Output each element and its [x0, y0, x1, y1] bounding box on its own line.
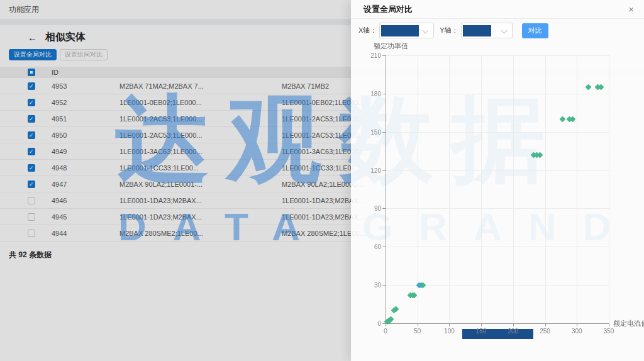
vertical-gridline — [609, 55, 609, 323]
scatter-point — [569, 116, 575, 122]
y-tick-mark — [382, 247, 386, 247]
drawer-header: 设置全局对比 × — [351, 0, 644, 19]
redacted-x-value — [381, 25, 419, 36]
scatter-point — [410, 292, 416, 298]
x-tick-mark — [577, 324, 577, 326]
x-tick-label: 50 — [408, 328, 427, 335]
scatter-point — [391, 308, 397, 314]
x-tick-label: 200 — [504, 328, 523, 335]
scatter-point — [420, 282, 426, 288]
y-tick-label: 210 — [362, 52, 381, 59]
y-tick-mark — [382, 94, 386, 94]
x-tick-label: 150 — [472, 328, 491, 335]
vertical-gridline — [513, 55, 514, 323]
horizontal-gridline — [386, 170, 609, 171]
horizontal-gridline — [386, 208, 609, 209]
y-axis-select[interactable] — [461, 23, 513, 38]
y-axis-select-label: Y轴： — [440, 26, 458, 35]
x-tick-mark — [418, 324, 418, 326]
scatter-point — [566, 116, 572, 122]
x-tick-mark — [609, 324, 609, 326]
redacted-y-value — [463, 25, 491, 36]
x-tick-label: 0 — [376, 328, 395, 335]
x-tick-label: 100 — [440, 328, 458, 335]
x-tick-mark — [386, 324, 386, 326]
chart-plot-area — [386, 55, 609, 324]
y-tick-mark — [382, 285, 386, 286]
horizontal-gridline — [386, 132, 609, 133]
redaction-bar — [462, 329, 533, 339]
horizontal-gridline — [386, 94, 609, 94]
close-icon[interactable]: × — [628, 4, 634, 14]
scatter-point — [560, 116, 566, 122]
scatter-point — [595, 84, 601, 91]
scatter-point — [586, 84, 592, 91]
drawer-title: 设置全局对比 — [364, 4, 628, 15]
y-tick-label: 90 — [362, 205, 381, 212]
vertical-gridline — [418, 55, 418, 323]
scatter-point — [598, 84, 604, 91]
x-tick-mark — [481, 324, 482, 326]
vertical-gridline — [481, 55, 482, 323]
y-tick-label: 150 — [362, 129, 381, 136]
x-tick-label: 350 — [599, 328, 618, 335]
x-tick-label: 300 — [567, 328, 586, 335]
y-tick-mark — [382, 55, 386, 56]
scatter-point — [537, 152, 543, 158]
y-tick-label: 120 — [362, 167, 381, 174]
global-compare-drawer: 设置全局对比 × X轴： Y轴： 对比 额定功率值 额定电流值 05010015… — [351, 0, 644, 361]
scatter-point — [530, 152, 536, 158]
y-tick-mark — [382, 170, 386, 171]
vertical-gridline — [577, 55, 577, 323]
vertical-gridline — [449, 55, 450, 323]
chevron-down-icon — [501, 28, 507, 34]
horizontal-gridline — [386, 55, 609, 56]
x-tick-label: 250 — [536, 328, 555, 335]
scatter-point — [416, 282, 423, 288]
y-tick-label: 60 — [362, 243, 381, 250]
y-tick-label: 180 — [362, 91, 381, 97]
x-tick-mark — [449, 324, 450, 326]
scatter-point — [392, 306, 399, 313]
vertical-gridline — [545, 55, 546, 323]
y-tick-label: 0 — [362, 320, 381, 327]
horizontal-gridline — [386, 247, 609, 247]
scatter-chart: 额定功率值 额定电流值 0501001502002503003500306090… — [351, 0, 644, 361]
x-tick-mark — [545, 324, 546, 326]
y-tick-mark — [382, 132, 386, 133]
x-axis-select[interactable] — [379, 23, 434, 38]
axis-controls: X轴： Y轴： 对比 — [358, 23, 548, 38]
y-tick-mark — [382, 208, 386, 209]
scatter-point — [408, 292, 414, 298]
scatter-point — [533, 152, 540, 158]
scatter-point — [385, 318, 391, 325]
x-axis-select-label: X轴： — [358, 26, 377, 35]
scatter-point — [386, 318, 392, 324]
compare-button[interactable]: 对比 — [522, 23, 548, 38]
scatter-point — [387, 316, 394, 323]
chart-x-axis-title: 额定电流值 — [613, 319, 644, 328]
chevron-down-icon — [423, 28, 429, 34]
y-tick-label: 30 — [362, 282, 381, 289]
scatter-point — [411, 292, 418, 298]
horizontal-gridline — [386, 285, 609, 286]
scatter-point — [384, 319, 390, 325]
chart-y-axis-title: 额定功率值 — [374, 42, 408, 51]
y-tick-mark — [382, 323, 386, 324]
scatter-point — [418, 282, 425, 288]
x-tick-mark — [513, 324, 514, 326]
